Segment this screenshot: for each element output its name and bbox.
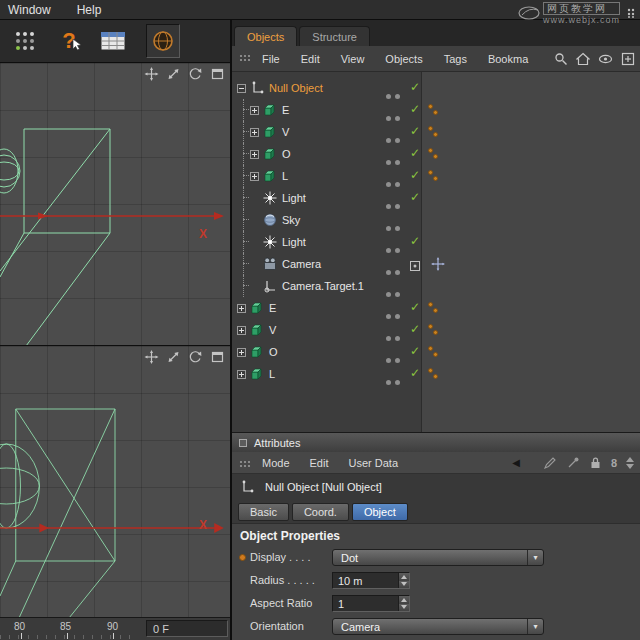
tree-item-label[interactable]: Camera.Target.1 — [282, 280, 364, 292]
menubar-grid-icon[interactable] — [627, 4, 637, 22]
tree-row[interactable]: E ✓ — [232, 297, 640, 319]
attributes-header[interactable]: Attributes — [232, 432, 640, 452]
menu-edit[interactable]: Edit — [310, 457, 329, 469]
enabled-check-icon[interactable]: ✓ — [410, 190, 420, 204]
tree-row[interactable]: Camera — [232, 253, 640, 275]
enabled-check-icon[interactable]: ✓ — [410, 344, 420, 358]
enabled-check-icon[interactable]: ✓ — [410, 80, 420, 94]
timeline-ruler[interactable]: 80 85 90 0 F — [0, 617, 230, 640]
expand-toggle-icon[interactable] — [250, 172, 259, 181]
stepper-arrows-icon[interactable] — [398, 596, 409, 611]
tree-item-label[interactable]: Light — [282, 236, 306, 248]
tree-item-label[interactable]: V — [269, 324, 276, 336]
expand-toggle-icon[interactable] — [250, 106, 259, 115]
expand-toggle-icon[interactable] — [250, 128, 259, 137]
tree-item-label[interactable]: Null Object — [269, 82, 323, 94]
tree-item-label[interactable]: O — [269, 346, 278, 358]
enabled-check-icon[interactable]: ✓ — [410, 322, 420, 336]
tag-dots-icon[interactable] — [428, 345, 440, 359]
tree-item-label[interactable]: E — [282, 104, 289, 116]
tree-row[interactable]: Null Object ✓ — [232, 77, 640, 99]
tree-row[interactable]: Light ✓ — [232, 231, 640, 253]
tree-row[interactable]: Sky — [232, 209, 640, 231]
maximize-icon[interactable] — [210, 350, 225, 364]
tree-item-label[interactable]: L — [269, 368, 275, 380]
tab-object[interactable]: Object — [352, 503, 408, 521]
tag-dots-icon[interactable] — [428, 169, 440, 183]
dolly-icon[interactable] — [166, 350, 181, 364]
expand-toggle-icon[interactable] — [250, 150, 259, 159]
visibility-dots[interactable] — [386, 371, 404, 389]
tab-coord[interactable]: Coord. — [292, 503, 349, 521]
expand-toggle-icon[interactable] — [237, 326, 246, 335]
expand-toggle-icon[interactable] — [237, 370, 246, 379]
tab-structure[interactable]: Structure — [299, 26, 370, 46]
current-frame-field[interactable]: 0 F — [146, 620, 228, 637]
tree-item-label[interactable]: Sky — [282, 214, 300, 226]
radius-stepper[interactable]: 10 m — [332, 572, 410, 589]
tree-row[interactable]: Light ✓ — [232, 187, 640, 209]
menu-mode[interactable]: Mode — [262, 457, 290, 469]
menu-help[interactable]: Help — [77, 3, 102, 17]
scroll-arrows-icon[interactable] — [626, 457, 634, 469]
pen-icon[interactable] — [543, 456, 557, 470]
pan-icon[interactable] — [144, 350, 159, 364]
tree-row[interactable]: V ✓ — [232, 121, 640, 143]
menu-edit[interactable]: Edit — [301, 53, 320, 65]
spreadsheet-tool-button[interactable] — [96, 24, 130, 58]
panel-handle-icon[interactable] — [239, 460, 251, 472]
tree-row[interactable]: Camera.Target.1 — [232, 275, 640, 297]
viewport-top[interactable]: X — [0, 62, 230, 345]
enabled-check-icon[interactable]: ✓ — [410, 366, 420, 380]
tag-dots-icon[interactable] — [428, 147, 440, 161]
tab-basic[interactable]: Basic — [238, 503, 289, 521]
pin-icon[interactable] — [566, 456, 580, 470]
display-dropdown[interactable]: Dot ▾ — [332, 549, 544, 566]
snap-points-tool-button[interactable] — [8, 24, 42, 58]
expand-toggle-icon[interactable] — [237, 304, 246, 313]
tab-objects[interactable]: Objects — [234, 26, 297, 46]
menu-bookmarks[interactable]: Bookma — [488, 53, 528, 65]
enabled-check-icon[interactable]: ✓ — [410, 168, 420, 182]
menu-user-data[interactable]: User Data — [349, 457, 399, 469]
search-icon[interactable] — [554, 52, 568, 66]
camera-focus-icon[interactable] — [409, 258, 421, 276]
viewport-bottom[interactable]: X — [0, 345, 230, 637]
pan-icon[interactable] — [144, 67, 159, 81]
tree-item-label[interactable]: V — [282, 126, 289, 138]
tree-row[interactable]: O ✓ — [232, 143, 640, 165]
tree-row[interactable]: L ✓ — [232, 363, 640, 385]
lock-icon[interactable] — [589, 456, 602, 470]
dolly-icon[interactable] — [166, 67, 181, 81]
tree-row[interactable]: V ✓ — [232, 319, 640, 341]
tag-dots-icon[interactable] — [428, 301, 440, 315]
enabled-check-icon[interactable]: ✓ — [410, 300, 420, 314]
tree-row[interactable]: O ✓ — [232, 341, 640, 363]
menu-window[interactable]: Window — [8, 3, 51, 17]
enabled-check-icon[interactable]: ✓ — [410, 124, 420, 138]
anim-dot-icon[interactable] — [239, 554, 246, 561]
enabled-check-icon[interactable]: ✓ — [410, 102, 420, 116]
move-cross-icon[interactable] — [431, 257, 445, 275]
menu-view[interactable]: View — [341, 53, 365, 65]
tag-dots-icon[interactable] — [428, 125, 440, 139]
menu-file[interactable]: File — [262, 53, 280, 65]
tag-dots-icon[interactable] — [428, 323, 440, 337]
enabled-check-icon[interactable]: ✓ — [410, 234, 420, 248]
menu-objects[interactable]: Objects — [385, 53, 422, 65]
tree-item-label[interactable]: E — [269, 302, 276, 314]
eye-icon[interactable] — [598, 52, 613, 66]
menu-tags[interactable]: Tags — [444, 53, 467, 65]
help-tool-button[interactable]: ? — [52, 24, 86, 58]
add-panel-icon[interactable] — [621, 52, 635, 66]
content-browser-tool-button[interactable] — [146, 24, 180, 58]
enabled-check-icon[interactable]: ✓ — [410, 146, 420, 160]
expand-toggle-icon[interactable] — [237, 84, 246, 93]
tree-row[interactable]: E ✓ — [232, 99, 640, 121]
tree-item-label[interactable]: Camera — [282, 258, 321, 270]
rotate-icon[interactable] — [188, 350, 203, 364]
expand-toggle-icon[interactable] — [237, 348, 246, 357]
rotate-icon[interactable] — [188, 67, 203, 81]
back-arrow-icon[interactable]: ◀ — [512, 457, 520, 468]
tag-dots-icon[interactable] — [428, 103, 440, 117]
